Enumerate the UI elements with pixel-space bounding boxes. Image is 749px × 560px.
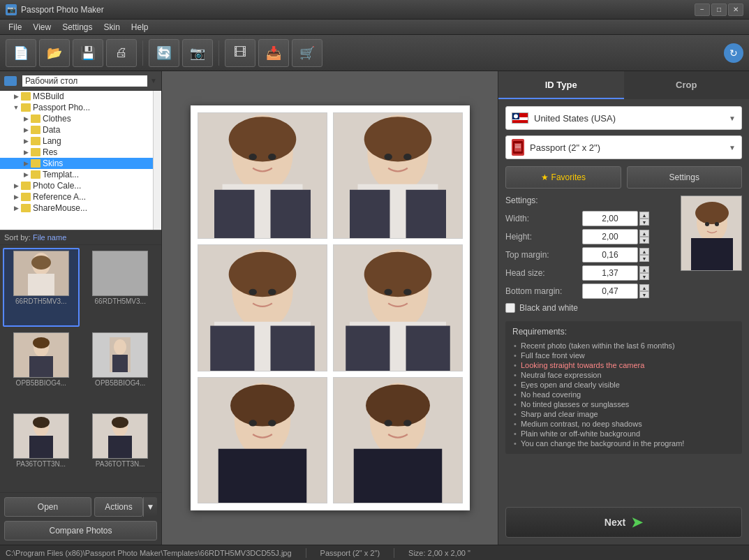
country-dropdown-arrow[interactable]: ▼ — [729, 115, 736, 122]
folder-selector[interactable]: Рабочий стол ▼ — [0, 71, 161, 91]
height-input[interactable]: 2,00 — [582, 229, 638, 244]
height-up[interactable]: ▲ — [639, 230, 649, 237]
thumbnail-2[interactable]: 66RDTH5MV3... — [82, 248, 159, 327]
head-size-down[interactable]: ▼ — [639, 273, 649, 280]
tree-item-lang[interactable]: ▶ Lang — [0, 135, 161, 147]
toolbar-camera[interactable]: 📷 — [182, 39, 213, 67]
tree-item-skins[interactable]: ▶ Skins — [0, 158, 161, 169]
tab-crop[interactable]: Crop — [624, 71, 750, 99]
preview-portrait — [681, 196, 742, 271]
width-up[interactable]: ▲ — [639, 212, 649, 219]
tree-expander2[interactable]: ▼ — [11, 103, 21, 112]
svg-rect-10 — [112, 355, 128, 372]
requirements-list: Recent photo (taken within the last 6 mo… — [512, 341, 735, 448]
top-margin-input[interactable]: 0,16 — [582, 247, 638, 263]
tree-item-photo-cale[interactable]: ▶ Photo Cale... — [0, 180, 161, 191]
toolbar-import[interactable]: 📥 — [258, 39, 289, 67]
height-down[interactable]: ▼ — [639, 237, 649, 244]
tree-item-templates[interactable]: ▶ Templat... — [0, 169, 161, 180]
top-margin-down[interactable]: ▼ — [639, 255, 649, 262]
thumbnail-4[interactable]: OPB5BBIOG4... — [82, 330, 159, 408]
toolbar-print[interactable]: 🖨 — [106, 39, 137, 67]
toolbar-cart[interactable]: 🛒 — [292, 39, 322, 67]
tree-expander[interactable]: ▶ — [11, 91, 21, 101]
photo-cell-1 — [198, 112, 327, 239]
bottom-margin-up[interactable]: ▲ — [639, 284, 649, 291]
svg-point-66 — [514, 115, 518, 119]
photo-cell-2 — [333, 112, 463, 239]
svg-rect-70 — [515, 146, 521, 147]
svg-point-56 — [268, 420, 276, 426]
toolbar-save[interactable]: 💾 — [73, 39, 103, 67]
thumbnail-1[interactable]: 66RDTH5MV3... — [3, 248, 80, 327]
toolbar: 📄 📂 💾 🖨 🔄 📷 🎞 📥 🛒 ↻ — [0, 35, 749, 71]
country-select[interactable]: United States (USA) ▼ — [505, 106, 742, 130]
maximize-button[interactable]: □ — [711, 3, 727, 16]
head-size-up[interactable]: ▲ — [639, 266, 649, 273]
sort-link[interactable]: File name — [33, 233, 66, 242]
top-margin-label: Top margin: — [505, 250, 582, 260]
bw-label: Black and white — [519, 303, 578, 313]
thumb-label-5: PA36TOTT3N... — [16, 460, 66, 468]
actions-button[interactable]: Actions — [94, 497, 143, 517]
tree-item-data[interactable]: ▶ Data — [0, 124, 161, 135]
svg-point-76 — [705, 222, 709, 226]
next-arrow-icon: ➤ — [631, 514, 643, 531]
svg-rect-75 — [691, 238, 733, 271]
svg-rect-13 — [29, 436, 53, 458]
menu-settings[interactable]: Settings — [57, 21, 98, 34]
actions-dropdown-arrow[interactable]: ▼ — [143, 497, 157, 517]
width-down[interactable]: ▼ — [639, 219, 649, 226]
menu-view[interactable]: View — [27, 21, 57, 34]
svg-point-74 — [695, 202, 729, 224]
thumb-label-1: 66RDTH5MV3... — [15, 297, 66, 305]
status-sep2 — [394, 548, 394, 558]
tree-item-reference[interactable]: ▶ Reference A... — [0, 191, 161, 202]
open-button[interactable]: Open — [4, 497, 91, 517]
requirements-section: Requirements: Recent photo (taken within… — [505, 321, 742, 454]
next-button[interactable]: Next ➤ — [505, 507, 742, 538]
right-content: United States (USA) ▼ Passport (2" x 2")… — [498, 99, 749, 500]
passport-dropdown-arrow[interactable]: ▼ — [729, 144, 736, 152]
bottom-margin-down[interactable]: ▼ — [639, 291, 649, 298]
thumbnail-6[interactable]: PA36TOTT3N... — [82, 411, 159, 489]
thumb-img-6 — [92, 413, 148, 459]
passport-select[interactable]: Passport (2" x 2") ▼ — [505, 135, 742, 159]
tree-item-res[interactable]: ▶ Res — [0, 147, 161, 158]
menu-file[interactable]: File — [3, 21, 27, 34]
toolbar-export[interactable]: 🔄 — [149, 39, 179, 67]
svg-point-14 — [33, 417, 50, 428]
menu-help[interactable]: Help — [126, 21, 154, 34]
tree-item-passport[interactable]: ▼ Passport Pho... — [0, 102, 161, 113]
favorites-button[interactable]: ★ Favorites — [505, 166, 621, 189]
tree-item-sharemouse[interactable]: ▶ ShareMouse... — [0, 202, 161, 214]
toolbar-new[interactable]: 📄 — [6, 39, 36, 67]
top-margin-up[interactable]: ▲ — [639, 248, 649, 255]
tree-expander3[interactable]: ▶ — [21, 114, 31, 124]
app-icon: 📷 — [6, 4, 17, 15]
bottom-margin-input[interactable]: 0,47 — [582, 283, 638, 299]
menu-skin[interactable]: Skin — [98, 21, 126, 34]
tab-id-type[interactable]: ID Type — [498, 71, 624, 99]
toolbar-open[interactable]: 📂 — [39, 39, 70, 67]
thumbnail-3[interactable]: OPB5BBIOG4... — [3, 330, 80, 408]
minimize-button[interactable]: − — [695, 3, 710, 16]
photo-cell-3 — [198, 244, 327, 371]
head-size-input[interactable]: 1,37 — [582, 265, 638, 281]
settings-button[interactable]: Settings — [627, 166, 743, 189]
thumbnail-5[interactable]: PA36TOTT3N... — [3, 411, 80, 489]
close-button[interactable]: ✕ — [728, 3, 743, 16]
thumb-img-1 — [13, 251, 69, 296]
toolbar-refresh[interactable]: ↻ — [724, 43, 743, 63]
tree-item-msbuild[interactable]: ▶ MSBuild — [0, 91, 161, 102]
compare-photos-button[interactable]: Compare Photos — [4, 521, 157, 540]
bw-checkbox[interactable] — [505, 303, 515, 313]
tree-item-clothes[interactable]: ▶ Clothes — [0, 113, 161, 124]
folder-tree[interactable]: ▶ MSBuild ▼ Passport Pho... ▶ Clothes ▶ — [0, 91, 161, 230]
svg-rect-6 — [29, 356, 53, 377]
toolbar-film[interactable]: 🎞 — [225, 39, 255, 67]
width-input[interactable]: 2,00 — [582, 211, 638, 226]
action-buttons: ★ Favorites Settings — [505, 166, 742, 189]
folder-arrow[interactable]: ▼ — [150, 77, 157, 84]
top-margin-spinners: ▲ ▼ — [639, 248, 649, 262]
